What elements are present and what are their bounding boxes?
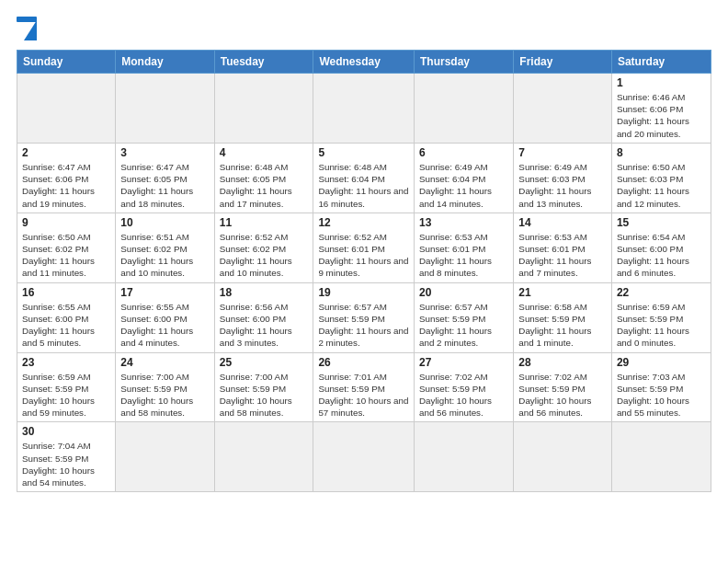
calendar-body: 1Sunrise: 6:46 AM Sunset: 6:06 PM Daylig… [17, 74, 711, 492]
weekday-sunday: Sunday [17, 51, 116, 74]
day-cell: 1Sunrise: 6:46 AM Sunset: 6:06 PM Daylig… [611, 74, 711, 144]
day-info: Sunrise: 7:00 AM Sunset: 5:59 PM Dayligh… [220, 371, 309, 419]
day-number: 2 [22, 146, 110, 159]
weekday-thursday: Thursday [415, 51, 514, 74]
day-cell: 21Sunrise: 6:58 AM Sunset: 5:59 PM Dayli… [514, 282, 612, 352]
weekday-friday: Friday [514, 51, 612, 74]
day-info: Sunrise: 7:00 AM Sunset: 5:59 PM Dayligh… [120, 371, 209, 419]
logo-triangle [24, 20, 37, 40]
day-cell [611, 422, 711, 492]
day-cell: 2Sunrise: 6:47 AM Sunset: 6:06 PM Daylig… [17, 143, 116, 213]
week-row-2: 2Sunrise: 6:47 AM Sunset: 6:06 PM Daylig… [17, 143, 711, 213]
day-cell [514, 74, 612, 144]
day-info: Sunrise: 6:47 AM Sunset: 6:05 PM Dayligh… [120, 161, 209, 210]
day-number: 1 [617, 76, 706, 89]
day-number: 8 [617, 146, 706, 159]
day-number: 4 [220, 146, 309, 159]
day-number: 14 [518, 216, 607, 229]
day-info: Sunrise: 6:50 AM Sunset: 6:02 PM Dayligh… [22, 231, 110, 280]
day-info: Sunrise: 6:49 AM Sunset: 6:03 PM Dayligh… [518, 161, 607, 210]
day-number: 23 [22, 356, 110, 369]
day-number: 21 [518, 286, 607, 299]
day-cell [116, 74, 214, 144]
day-info: Sunrise: 7:04 AM Sunset: 5:59 PM Dayligh… [22, 440, 110, 488]
day-cell: 9Sunrise: 6:50 AM Sunset: 6:02 PM Daylig… [17, 213, 116, 282]
day-info: Sunrise: 6:52 AM Sunset: 6:02 PM Dayligh… [220, 231, 309, 280]
day-info: Sunrise: 6:58 AM Sunset: 5:59 PM Dayligh… [518, 301, 607, 350]
day-number: 10 [120, 216, 209, 229]
day-info: Sunrise: 7:02 AM Sunset: 5:59 PM Dayligh… [419, 371, 508, 419]
day-number: 13 [419, 216, 508, 229]
day-cell: 7Sunrise: 6:49 AM Sunset: 6:03 PM Daylig… [514, 143, 612, 213]
day-number: 7 [518, 146, 607, 159]
day-number: 9 [22, 216, 110, 229]
day-number: 29 [617, 356, 706, 369]
day-info: Sunrise: 6:48 AM Sunset: 6:05 PM Dayligh… [220, 161, 309, 210]
day-cell: 12Sunrise: 6:52 AM Sunset: 6:01 PM Dayli… [313, 213, 415, 282]
day-number: 19 [318, 286, 409, 299]
day-info: Sunrise: 6:53 AM Sunset: 6:01 PM Dayligh… [419, 231, 508, 280]
logo-icon [17, 17, 37, 40]
header [17, 17, 711, 40]
day-number: 27 [419, 356, 508, 369]
day-cell [313, 422, 415, 492]
day-info: Sunrise: 7:01 AM Sunset: 5:59 PM Dayligh… [318, 371, 409, 419]
day-info: Sunrise: 6:52 AM Sunset: 6:01 PM Dayligh… [318, 231, 409, 280]
day-info: Sunrise: 6:55 AM Sunset: 6:00 PM Dayligh… [22, 301, 110, 350]
day-info: Sunrise: 6:48 AM Sunset: 6:04 PM Dayligh… [318, 161, 409, 210]
day-cell: 5Sunrise: 6:48 AM Sunset: 6:04 PM Daylig… [313, 143, 415, 213]
day-cell: 11Sunrise: 6:52 AM Sunset: 6:02 PM Dayli… [214, 213, 313, 282]
week-row-6: 30Sunrise: 7:04 AM Sunset: 5:59 PM Dayli… [17, 422, 711, 492]
day-cell [415, 422, 514, 492]
day-number: 18 [220, 286, 309, 299]
day-cell: 16Sunrise: 6:55 AM Sunset: 6:00 PM Dayli… [17, 282, 116, 352]
day-number: 22 [617, 286, 706, 299]
day-cell: 18Sunrise: 6:56 AM Sunset: 6:00 PM Dayli… [214, 282, 313, 352]
week-row-1: 1Sunrise: 6:46 AM Sunset: 6:06 PM Daylig… [17, 74, 711, 144]
day-cell: 8Sunrise: 6:50 AM Sunset: 6:03 PM Daylig… [611, 143, 711, 213]
day-info: Sunrise: 6:56 AM Sunset: 6:00 PM Dayligh… [220, 301, 309, 350]
day-cell: 17Sunrise: 6:55 AM Sunset: 6:00 PM Dayli… [116, 282, 214, 352]
weekday-wednesday: Wednesday [313, 51, 415, 74]
day-info: Sunrise: 6:54 AM Sunset: 6:00 PM Dayligh… [617, 231, 706, 280]
weekday-header-row: SundayMondayTuesdayWednesdayThursdayFrid… [17, 51, 711, 74]
day-cell: 27Sunrise: 7:02 AM Sunset: 5:59 PM Dayli… [415, 352, 514, 422]
day-cell [214, 74, 313, 144]
page: SundayMondayTuesdayWednesdayThursdayFrid… [0, 0, 728, 563]
week-row-3: 9Sunrise: 6:50 AM Sunset: 6:02 PM Daylig… [17, 213, 711, 282]
weekday-monday: Monday [116, 51, 214, 74]
day-info: Sunrise: 6:57 AM Sunset: 5:59 PM Dayligh… [318, 301, 409, 350]
day-cell: 28Sunrise: 7:02 AM Sunset: 5:59 PM Dayli… [514, 352, 612, 422]
day-cell [116, 422, 214, 492]
day-cell [514, 422, 612, 492]
day-cell: 30Sunrise: 7:04 AM Sunset: 5:59 PM Dayli… [17, 422, 116, 492]
day-info: Sunrise: 6:53 AM Sunset: 6:01 PM Dayligh… [518, 231, 607, 280]
day-number: 11 [220, 216, 309, 229]
day-cell: 4Sunrise: 6:48 AM Sunset: 6:05 PM Daylig… [214, 143, 313, 213]
weekday-tuesday: Tuesday [214, 51, 313, 74]
week-row-5: 23Sunrise: 6:59 AM Sunset: 5:59 PM Dayli… [17, 352, 711, 422]
day-cell: 15Sunrise: 6:54 AM Sunset: 6:00 PM Dayli… [611, 213, 711, 282]
day-cell: 19Sunrise: 6:57 AM Sunset: 5:59 PM Dayli… [313, 282, 415, 352]
day-number: 28 [518, 356, 607, 369]
day-cell: 29Sunrise: 7:03 AM Sunset: 5:59 PM Dayli… [611, 352, 711, 422]
day-number: 30 [22, 425, 110, 438]
day-cell [415, 74, 514, 144]
day-info: Sunrise: 6:46 AM Sunset: 6:06 PM Dayligh… [617, 91, 706, 140]
day-info: Sunrise: 6:57 AM Sunset: 5:59 PM Dayligh… [419, 301, 508, 350]
day-cell: 6Sunrise: 6:49 AM Sunset: 6:04 PM Daylig… [415, 143, 514, 213]
calendar-header: SundayMondayTuesdayWednesdayThursdayFrid… [17, 51, 711, 74]
day-info: Sunrise: 6:55 AM Sunset: 6:00 PM Dayligh… [120, 301, 209, 350]
weekday-saturday: Saturday [611, 51, 711, 74]
day-number: 24 [120, 356, 209, 369]
day-number: 12 [318, 216, 409, 229]
day-cell: 24Sunrise: 7:00 AM Sunset: 5:59 PM Dayli… [116, 352, 214, 422]
day-cell: 3Sunrise: 6:47 AM Sunset: 6:05 PM Daylig… [116, 143, 214, 213]
day-cell: 10Sunrise: 6:51 AM Sunset: 6:02 PM Dayli… [116, 213, 214, 282]
day-cell: 25Sunrise: 7:00 AM Sunset: 5:59 PM Dayli… [214, 352, 313, 422]
day-cell: 13Sunrise: 6:53 AM Sunset: 6:01 PM Dayli… [415, 213, 514, 282]
day-info: Sunrise: 7:02 AM Sunset: 5:59 PM Dayligh… [518, 371, 607, 419]
day-info: Sunrise: 6:59 AM Sunset: 5:59 PM Dayligh… [22, 371, 110, 419]
day-info: Sunrise: 6:51 AM Sunset: 6:02 PM Dayligh… [120, 231, 209, 280]
day-info: Sunrise: 6:49 AM Sunset: 6:04 PM Dayligh… [419, 161, 508, 210]
